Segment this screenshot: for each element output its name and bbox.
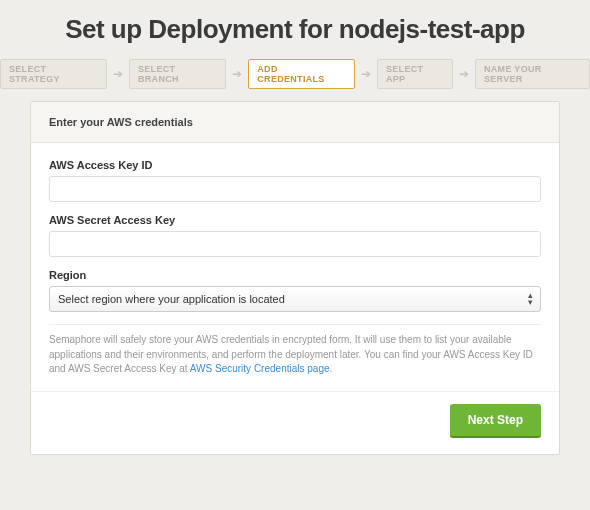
panel-footer: Next Step [31,391,559,454]
secret-key-input[interactable] [49,231,541,257]
credentials-panel: Enter your AWS credentials AWS Access Ke… [30,101,560,455]
field-access-key: AWS Access Key ID [49,159,541,202]
region-select[interactable]: Select region where your application is … [49,286,541,312]
field-region: Region Select region where your applicat… [49,269,541,312]
step-add-credentials[interactable]: ADD CREDENTIALS [248,59,355,89]
step-select-branch[interactable]: SELECT BRANCH [129,59,226,89]
help-text: Semaphore will safely store your AWS cre… [49,333,541,377]
field-secret-key: AWS Secret Access Key [49,214,541,257]
step-select-strategy[interactable]: SELECT STRATEGY [0,59,107,89]
region-label: Region [49,269,541,281]
page-title: Set up Deployment for nodejs-test-app [0,0,590,55]
panel-header: Enter your AWS credentials [31,102,559,143]
panel-body: AWS Access Key ID AWS Secret Access Key … [31,143,559,391]
secret-key-label: AWS Secret Access Key [49,214,541,226]
arrow-right-icon: ➔ [113,68,123,80]
step-name-your-server[interactable]: NAME YOUR SERVER [475,59,590,89]
access-key-label: AWS Access Key ID [49,159,541,171]
help-text-suffix: . [330,363,333,374]
step-select-app[interactable]: SELECT APP [377,59,453,89]
next-step-button[interactable]: Next Step [450,404,541,438]
arrow-right-icon: ➔ [232,68,242,80]
arrow-right-icon: ➔ [459,68,469,80]
wizard-steps: SELECT STRATEGY ➔ SELECT BRANCH ➔ ADD CR… [0,55,590,101]
access-key-input[interactable] [49,176,541,202]
arrow-right-icon: ➔ [361,68,371,80]
aws-security-credentials-link[interactable]: AWS Security Credentials page [190,363,330,374]
divider [49,324,541,325]
